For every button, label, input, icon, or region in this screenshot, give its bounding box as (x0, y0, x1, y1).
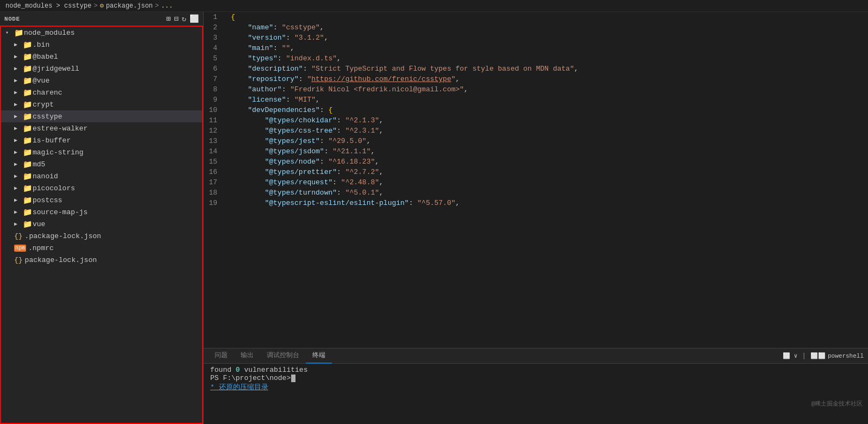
folder-icon: 📁 (23, 208, 33, 217)
arrow-icon: ▶ (14, 161, 23, 167)
line-number: 13 (204, 136, 228, 146)
arrow-icon: ▶ (14, 77, 23, 84)
item-label: nanoid (33, 172, 58, 180)
breadcrumb-path: node_modules > csstype (5, 2, 91, 10)
folder-icon: 📁 (23, 124, 33, 133)
item-label: md5 (33, 160, 45, 169)
tab-label: 终端 (312, 351, 325, 360)
tree-item-picocolors[interactable]: ▶ 📁 picocolors (1, 182, 202, 194)
tab-output[interactable]: 输出 (234, 348, 260, 364)
terminal-restore-line: * 还原的压缩目录 (210, 382, 861, 392)
refresh-icon[interactable]: ↻ (182, 14, 186, 23)
npmrc-icon: npm (14, 245, 26, 252)
line-code: "name": "csstype", (228, 22, 868, 33)
line-code: "@types/jsdom": "^21.1.1", (228, 146, 868, 157)
code-line: 3 "version": "3.1.2", (204, 33, 868, 43)
arrow-icon: ▶ (14, 173, 23, 179)
vuln-count: 0 (236, 366, 240, 374)
tree-item-package-lock-hidden[interactable]: ▶ {} .package-lock.json (1, 230, 202, 242)
tree-item-postcss[interactable]: ▶ 📁 postcss (1, 194, 202, 206)
code-line: 1 { (204, 12, 868, 22)
tree-item-nanoid[interactable]: ▶ 📁 nanoid (1, 170, 202, 182)
layout-button[interactable]: ⬜ ∨ (783, 352, 797, 359)
item-label: csstype (33, 113, 62, 121)
tab-label: 输出 (241, 351, 254, 360)
terminal-tab-bar: 问题 输出 调试控制台 终端 ⬜ ∨ | ⬜⬜ powershell (204, 348, 868, 364)
line-number: 11 (204, 115, 228, 126)
code-editor[interactable]: 1 { 2 "name": "csstype", 3 "version": "3… (204, 12, 868, 348)
code-line: 17 "@types/request": "^2.48.8", (204, 177, 868, 188)
item-label: crypt (33, 101, 54, 109)
tab-debug-console[interactable]: 调试控制台 (260, 348, 306, 364)
tree-item-jridgewell[interactable]: ▶ 📁 @jridgewell (1, 63, 202, 74)
breadcrumb-json-icon: ⚙ (100, 2, 104, 10)
folder-icon: 📁 (23, 160, 33, 169)
folder-icon: 📁 (23, 148, 33, 157)
line-code: "@types/node": "^16.18.23", (228, 157, 868, 167)
main-area: NODE ⊞ ⊟ ↻ ⬜ ▾ 📁 node_modules ▶ 📁 .bin (0, 12, 868, 424)
tree-item-npmrc[interactable]: ▶ npm .npmrc (1, 242, 202, 254)
restore-link[interactable]: * 还原的压缩目录 (210, 383, 268, 391)
tree-item-crypt[interactable]: ▶ 📁 crypt (1, 98, 202, 110)
editor-area: 1 { 2 "name": "csstype", 3 "version": "3… (204, 12, 868, 424)
item-label: @jridgewell (33, 65, 79, 73)
line-code: { (228, 12, 868, 22)
line-code: "license": "MIT", (228, 95, 868, 105)
file-tree: ▾ 📁 node_modules ▶ 📁 .bin ▶ 📁 @babel ▶ 📁… (0, 26, 203, 424)
new-folder-icon[interactable]: ⊟ (174, 14, 178, 23)
line-code: "@types/chokidar": "^2.1.3", (228, 115, 868, 126)
tree-item-package-lock[interactable]: ▶ {} package-lock.json (1, 254, 202, 266)
terminal-cursor (291, 375, 295, 382)
sidebar-header: NODE ⊞ ⊟ ↻ ⬜ (0, 12, 203, 26)
tree-item-source-map[interactable]: ▶ 📁 source-map-js (1, 206, 202, 218)
arrow-icon: ▶ (14, 113, 23, 120)
code-line: 9 "license": "MIT", (204, 95, 868, 105)
json-brace-icon2: {} (14, 256, 23, 264)
line-number: 1 (204, 12, 228, 22)
terminal-prompt: PS F:\project\node> (210, 374, 291, 382)
tree-item-babel[interactable]: ▶ 📁 @babel (1, 51, 202, 63)
item-label: is-buffer (33, 136, 71, 145)
tab-problems[interactable]: 问题 (208, 348, 234, 364)
item-label: picocolors (33, 184, 75, 192)
breadcrumb-bar: node_modules > csstype > ⚙ package.json … (0, 0, 868, 12)
powershell-button[interactable]: ⬜⬜ powershell (810, 352, 864, 359)
tree-item-estree[interactable]: ▶ 📁 estree-walker (1, 122, 202, 134)
tree-item-is-buffer[interactable]: ▶ 📁 is-buffer (1, 134, 202, 146)
folder-icon: 📁 (23, 40, 33, 49)
collapse-icon[interactable]: ⬜ (190, 14, 199, 23)
tree-item-magic[interactable]: ▶ 📁 magic-string (1, 146, 202, 158)
arrow-icon: ▶ (14, 149, 23, 155)
line-number: 6 (204, 64, 228, 74)
code-line: 15 "@types/node": "^16.18.23", (204, 157, 868, 167)
code-line: 10 "devDependencies": { (204, 105, 868, 115)
item-label: charenc (33, 89, 62, 97)
tree-item-vue[interactable]: ▶ 📁 vue (1, 218, 202, 230)
line-number: 8 (204, 84, 228, 95)
folder-icon: 📁 (23, 172, 33, 181)
tree-node-modules[interactable]: ▾ 📁 node_modules (1, 27, 202, 39)
tab-terminal[interactable]: 终端 (306, 348, 332, 364)
line-code: "repository": "https://github.com/frenic… (228, 74, 868, 84)
line-number: 3 (204, 33, 228, 43)
tree-item-md5[interactable]: ▶ 📁 md5 (1, 158, 202, 170)
code-line: 19 "@typescript-eslint/eslint-plugin": "… (204, 198, 868, 208)
code-line: 14 "@types/jsdom": "^21.1.1", (204, 146, 868, 157)
tree-item-charenc[interactable]: ▶ 📁 charenc (1, 86, 202, 98)
code-line: 5 "types": "index.d.ts", (204, 53, 868, 64)
line-number: 12 (204, 126, 228, 136)
breadcrumb-filename: package.json (106, 2, 153, 10)
code-line: 6 "description": "Strict TypeScript and … (204, 64, 868, 74)
new-file-icon[interactable]: ⊞ (166, 14, 171, 23)
terminal-content[interactable]: found 0 vulnerabilities PS F:\project\no… (204, 364, 868, 424)
tree-item-vue-scope[interactable]: ▶ 📁 @vue (1, 74, 202, 86)
breadcrumb-sep: > (93, 2, 97, 10)
item-label: estree-walker (33, 124, 87, 133)
line-code: "version": "3.1.2", (228, 33, 868, 43)
tree-item-csstype[interactable]: ▶ 📁 csstype (1, 110, 202, 122)
item-label: @vue (33, 77, 49, 85)
line-code: "@typescript-eslint/eslint-plugin": "^5.… (228, 198, 868, 208)
item-label: vue (33, 220, 45, 228)
tree-item-bin[interactable]: ▶ 📁 .bin (1, 39, 202, 51)
line-number: 2 (204, 22, 228, 33)
